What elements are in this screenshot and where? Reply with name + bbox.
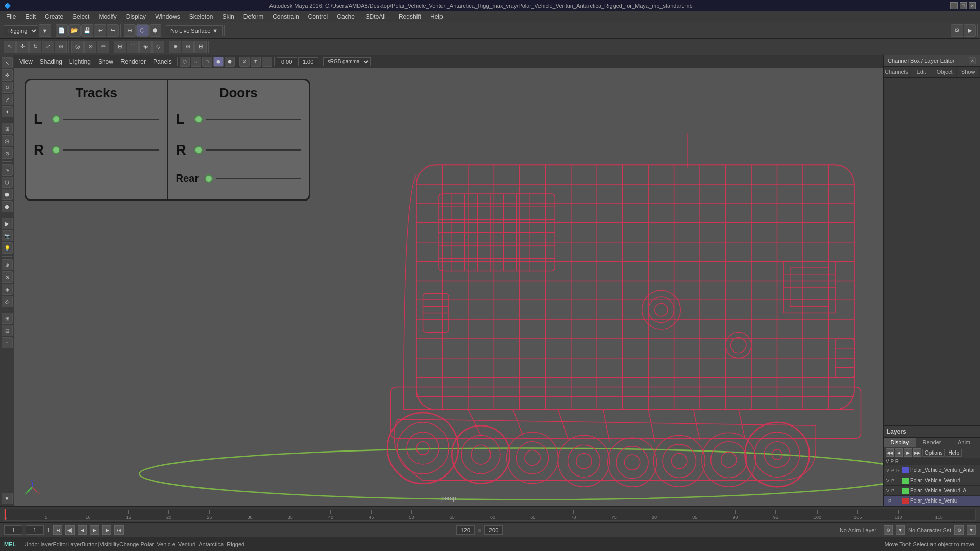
- deform-btn[interactable]: ◇: [2, 296, 13, 307]
- snap-point-btn[interactable]: ◈: [139, 41, 152, 53]
- snap-view-btn[interactable]: ◇: [152, 41, 164, 53]
- bounding-box-btn[interactable]: ⬣: [225, 57, 235, 67]
- layer-row-3[interactable]: P Polar_Vehicle_Ventu: [884, 496, 980, 506]
- lp-tab-anim[interactable]: Anim: [948, 438, 980, 447]
- move-btn[interactable]: ✛: [16, 41, 29, 53]
- bottom-btn[interactable]: ▼: [2, 493, 13, 504]
- menu-skin[interactable]: Skin: [218, 12, 238, 21]
- lp-tab-display[interactable]: Display: [884, 438, 916, 447]
- layer-nav-fwd[interactable]: ▶: [904, 448, 912, 457]
- frame-start-input[interactable]: [4, 525, 22, 535]
- go-end-btn[interactable]: ⏭: [114, 525, 124, 535]
- surface-btn[interactable]: ⬡: [2, 177, 13, 188]
- vp-menu-lighting[interactable]: Lighting: [66, 57, 94, 66]
- ikhandle-btn[interactable]: ⊗: [2, 271, 13, 283]
- scale-left-btn[interactable]: ⤢: [2, 94, 13, 105]
- layer-options-btn[interactable]: Options: [922, 449, 945, 457]
- menu-control[interactable]: Control: [304, 12, 332, 21]
- paint-btn[interactable]: ✛: [2, 69, 13, 81]
- misc-btn2[interactable]: ⊟: [2, 325, 13, 336]
- frame-range-end-input[interactable]: [484, 525, 503, 535]
- vp-menu-shading[interactable]: Shading: [37, 57, 65, 66]
- open-scene-btn[interactable]: 📂: [68, 24, 81, 37]
- channel-box-close-btn[interactable]: ✕: [969, 57, 976, 64]
- soft-select-btn[interactable]: ⊙: [84, 41, 96, 53]
- mode-selector[interactable]: Rigging: [4, 25, 38, 36]
- char-set-opts-btn[interactable]: ▼: [967, 525, 976, 535]
- curve-btn[interactable]: ∿: [2, 164, 13, 176]
- misc-btn1[interactable]: ⊞: [2, 313, 13, 324]
- tab-show[interactable]: Show: [957, 67, 980, 77]
- soft-sel-btn[interactable]: ◎: [2, 135, 13, 146]
- menu-redshift[interactable]: Redshift: [395, 12, 425, 21]
- ik-tool-btn[interactable]: ⊗: [182, 41, 194, 53]
- menu-deform[interactable]: Deform: [239, 12, 267, 21]
- anim-layer-opts-btn[interactable]: ▼: [896, 525, 905, 535]
- layer-nav-prev[interactable]: ◀◀: [886, 448, 894, 457]
- lasso-select-btn[interactable]: ⬡: [136, 24, 149, 37]
- soft-mod-btn[interactable]: ◎: [71, 41, 84, 53]
- menu-skeleton[interactable]: Skeleton: [185, 12, 217, 21]
- vp-menu-renderer[interactable]: Renderer: [117, 57, 149, 66]
- focal-length-input[interactable]: [277, 57, 297, 66]
- scale-btn[interactable]: ⤢: [42, 41, 54, 53]
- door-r-dot[interactable]: [194, 146, 203, 154]
- door-rear-dot[interactable]: [205, 174, 213, 183]
- select-tool-btn[interactable]: ⊕: [124, 24, 136, 37]
- vp-menu-panels[interactable]: Panels: [150, 57, 175, 66]
- menu-3dtoall[interactable]: -3DtoAll -: [360, 12, 394, 21]
- vp-menu-view[interactable]: View: [16, 57, 36, 66]
- poly-btn[interactable]: ⬢: [2, 189, 13, 200]
- gamma-select[interactable]: sRGB gamma: [323, 57, 371, 66]
- layer-help-btn[interactable]: Help: [946, 449, 962, 457]
- select-btn[interactable]: ↖: [2, 57, 13, 68]
- menu-windows[interactable]: Windows: [151, 12, 184, 21]
- tab-object[interactable]: Object: [933, 67, 957, 77]
- menu-display[interactable]: Display: [122, 12, 150, 21]
- track-l-dot[interactable]: [52, 115, 60, 123]
- layer-row-0[interactable]: V P R Polar_Vehicle_Venturi_Antar: [884, 465, 980, 475]
- light-vp-btn[interactable]: L: [262, 57, 272, 67]
- minimize-button[interactable]: _: [950, 2, 958, 9]
- smooth-btn[interactable]: ○: [191, 57, 201, 67]
- rotate-left-btn[interactable]: ↻: [2, 82, 13, 93]
- menu-select[interactable]: Select: [68, 12, 93, 21]
- menu-edit[interactable]: Edit: [21, 12, 40, 21]
- restore-button[interactable]: □: [960, 2, 967, 9]
- camera-btn[interactable]: 📷: [2, 230, 13, 241]
- vp-menu-show[interactable]: Show: [95, 57, 116, 66]
- show-manip-btn[interactable]: ⊞: [2, 123, 13, 134]
- menu-cache[interactable]: Cache: [333, 12, 359, 21]
- layer-nav-back[interactable]: ◀: [895, 448, 903, 457]
- texture-btn[interactable]: T: [251, 57, 261, 67]
- select-obj-btn[interactable]: ↖: [4, 41, 16, 53]
- lp-tab-render[interactable]: Render: [916, 438, 948, 447]
- menu-file[interactable]: File: [2, 12, 20, 21]
- universal-left-btn[interactable]: ✦: [2, 106, 13, 117]
- frame-end-input[interactable]: [456, 525, 475, 535]
- live-surface-btn[interactable]: No Live Surface ▼: [166, 25, 223, 36]
- skin-left-btn[interactable]: ◈: [2, 284, 13, 295]
- menu-modify[interactable]: Modify: [94, 12, 120, 21]
- wire-on-shaded-btn[interactable]: ⬢: [213, 57, 224, 67]
- near-clip-input[interactable]: [298, 57, 318, 66]
- go-start-btn[interactable]: ⏮: [53, 525, 62, 535]
- paint-select-btn[interactable]: ⬢: [149, 24, 161, 37]
- menu-constrain[interactable]: Constrain: [268, 12, 303, 21]
- subdiv-btn[interactable]: ⬣: [2, 201, 13, 212]
- play-back-btn[interactable]: ◀: [78, 525, 87, 535]
- wireframe-btn[interactable]: ⬡: [180, 57, 190, 67]
- render-left-btn[interactable]: ▶: [2, 218, 13, 229]
- render-settings-btn[interactable]: ⚙: [951, 24, 963, 37]
- bind-skin-btn[interactable]: ⊞: [194, 41, 207, 53]
- time-ruler[interactable]: 1510152025303540455055606570758085909510…: [4, 509, 976, 521]
- step-fwd-btn[interactable]: |▶: [102, 525, 111, 535]
- render-btn[interactable]: ▶: [964, 24, 976, 37]
- save-scene-btn[interactable]: 💾: [81, 24, 93, 37]
- layer-row-2[interactable]: V P Polar_Vehicle_Venturi_A: [884, 486, 980, 496]
- xray-btn[interactable]: X: [239, 57, 250, 67]
- sym-btn[interactable]: ⊙: [2, 147, 13, 159]
- anim-layer-settings-btn[interactable]: ⚙: [884, 525, 893, 535]
- viewport-3d[interactable]: View Shading Lighting Show Renderer Pane…: [14, 55, 883, 506]
- misc-btn3[interactable]: ≡: [2, 337, 13, 348]
